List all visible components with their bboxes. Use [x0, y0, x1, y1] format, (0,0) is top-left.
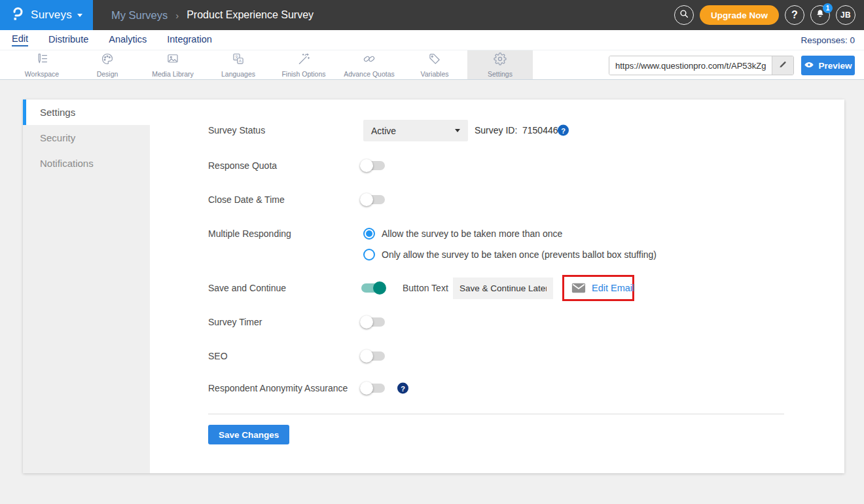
toolbar-tab-design[interactable]: Design	[75, 50, 140, 79]
survey-timer-toggle[interactable]	[361, 317, 385, 327]
respondent-anonymity-help-icon[interactable]: ?	[397, 383, 408, 394]
save-and-continue-label: Save and Continue	[208, 283, 286, 293]
edit-email-link[interactable]: Edit Email	[592, 283, 634, 293]
tab-integration[interactable]: Integration	[167, 34, 212, 46]
survey-id-value: 7150446	[522, 125, 558, 135]
toolbar-tab-label: Finish Options	[281, 70, 325, 78]
top-bar: Surveys My Surveys › Product Experience …	[0, 0, 864, 30]
button-text-input[interactable]	[453, 278, 553, 299]
preview-label: Preview	[818, 61, 852, 71]
edit-toolbar: Workspace Design Media Library 文A Langua…	[0, 50, 864, 80]
settings-sidebar: Settings Security Notifications	[23, 99, 150, 473]
edit-email-highlight: Edit Email	[562, 275, 634, 301]
survey-status-label: Survey Status	[208, 125, 265, 135]
survey-timer-label: Survey Timer	[208, 317, 262, 327]
responses-count: Responses: 0	[801, 35, 855, 45]
toggle-knob	[373, 281, 386, 295]
seo-toggle[interactable]	[361, 351, 385, 361]
survey-status-select[interactable]: Active	[363, 120, 468, 141]
media-library-icon	[166, 52, 179, 68]
survey-url-group	[609, 56, 794, 75]
save-changes-button[interactable]: Save Changes	[208, 425, 289, 444]
toolbar-tab-advance-quotas[interactable]: Advance Quotas	[336, 50, 402, 79]
radio-allow-multiple[interactable]: Allow the survey to be taken more than o…	[363, 228, 562, 240]
toolbar-tab-workspace[interactable]: Workspace	[9, 50, 75, 79]
topbar-actions: Upgrade Now ? 1 JB	[674, 5, 864, 25]
help-button[interactable]: ?	[785, 5, 804, 25]
toolbar-tab-variables[interactable]: Variables	[402, 50, 467, 79]
tab-analytics[interactable]: Analytics	[109, 34, 147, 46]
toggle-knob	[360, 350, 373, 363]
seo-label: SEO	[208, 351, 228, 361]
radio-selected-icon	[363, 228, 375, 240]
toolbar-tab-finish-options[interactable]: Finish Options	[271, 50, 336, 79]
preview-button[interactable]: Preview	[801, 56, 855, 75]
toolbar-tab-settings[interactable]: Settings	[467, 50, 533, 79]
respondent-anonymity-toggle[interactable]	[361, 384, 385, 393]
design-icon	[101, 52, 114, 68]
toggle-knob	[360, 193, 373, 206]
toolbar-tab-label: Languages	[221, 70, 255, 78]
survey-status-value: Active	[371, 126, 396, 136]
notification-badge: 1	[823, 3, 833, 13]
tab-edit[interactable]: Edit	[12, 33, 28, 46]
toggle-knob	[360, 382, 373, 395]
toolbar-tab-label: Settings	[488, 70, 513, 78]
sidebar-item-settings[interactable]: Settings	[23, 99, 150, 125]
radio-option-label: Allow the survey to be taken more than o…	[382, 228, 562, 239]
toolbar-tab-languages[interactable]: 文A Languages	[206, 50, 271, 79]
user-avatar[interactable]: JB	[836, 5, 855, 25]
respondent-anonymity-label: Respondent Anonymity Assurance	[208, 383, 348, 393]
avatar-initials: JB	[840, 10, 851, 20]
save-and-continue-toggle[interactable]	[361, 283, 385, 293]
pencil-icon	[778, 60, 787, 71]
workspace-icon	[35, 52, 48, 68]
sidebar-item-security[interactable]: Security	[23, 125, 150, 151]
toolbar-tab-media-library[interactable]: Media Library	[140, 50, 206, 79]
form-divider	[208, 414, 784, 414]
page-background: Settings Security Notifications Survey S…	[0, 80, 864, 504]
breadcrumb-parent[interactable]: My Surveys	[111, 9, 168, 22]
breadcrumb-separator: ›	[175, 10, 179, 21]
radio-option-label: Only allow the survey to be taken once (…	[382, 249, 657, 260]
chevron-down-icon	[455, 129, 460, 132]
tab-distribute[interactable]: Distribute	[48, 34, 88, 46]
survey-id-help-icon[interactable]: ?	[558, 125, 569, 136]
eye-icon	[804, 60, 814, 72]
survey-nav: Edit Distribute Analytics Integration Re…	[0, 30, 864, 50]
search-icon	[679, 9, 689, 22]
advance-quotas-icon	[363, 52, 376, 68]
finish-options-icon	[297, 52, 310, 68]
envelope-icon	[571, 283, 586, 293]
notifications-button[interactable]: 1	[810, 5, 830, 25]
close-date-time-toggle[interactable]	[361, 195, 385, 204]
survey-id-label: Survey ID:	[475, 125, 517, 135]
close-date-time-label: Close Date & Time	[208, 194, 285, 205]
languages-icon: 文A	[232, 52, 245, 68]
response-quota-toggle[interactable]	[361, 161, 385, 170]
multiple-responding-label: Multiple Responding	[208, 228, 291, 239]
search-button[interactable]	[674, 5, 694, 25]
sidebar-item-notifications[interactable]: Notifications	[23, 151, 150, 176]
radio-only-once[interactable]: Only allow the survey to be taken once (…	[363, 249, 657, 261]
toolbar-tab-label: Variables	[421, 70, 449, 78]
questionpro-logo-icon	[10, 7, 26, 24]
breadcrumb-current: Product Experience Survey	[187, 9, 314, 21]
settings-icon	[494, 52, 507, 68]
settings-card: Settings Security Notifications Survey S…	[23, 99, 844, 473]
toolbar-tab-label: Media Library	[152, 70, 194, 78]
survey-url-input[interactable]	[609, 56, 772, 75]
chevron-down-icon	[77, 14, 82, 17]
product-switcher[interactable]: Surveys	[0, 0, 93, 30]
upgrade-now-button[interactable]: Upgrade Now	[700, 5, 779, 25]
product-switcher-label: Surveys	[31, 9, 72, 22]
toolbar-tab-label: Advance Quotas	[344, 70, 395, 78]
question-mark-icon: ?	[791, 9, 798, 21]
button-text-label: Button Text	[403, 283, 448, 293]
toolbar-tab-label: Workspace	[25, 70, 59, 78]
toggle-knob	[360, 159, 373, 172]
breadcrumb: My Surveys › Product Experience Survey	[111, 9, 314, 22]
edit-url-button[interactable]	[772, 56, 793, 75]
variables-icon	[428, 52, 441, 68]
radio-unselected-icon	[363, 249, 375, 261]
